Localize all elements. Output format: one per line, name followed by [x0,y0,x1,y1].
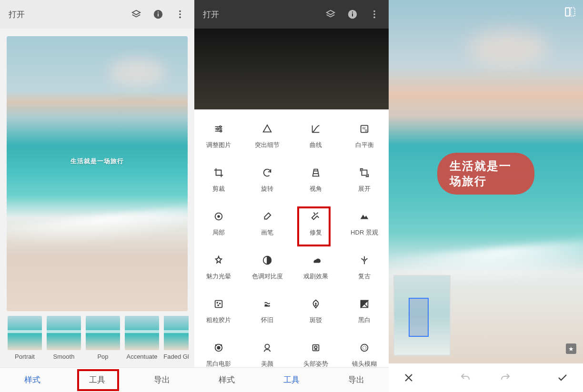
tool-hdr[interactable]: HDR 景观 [340,210,389,252]
svg-rect-8 [352,12,353,13]
tab-styles[interactable]: 样式 [0,368,65,392]
lensblur-icon [358,342,371,354]
tool-bw[interactable]: 黑白 [340,298,389,340]
svg-text:B: B [365,128,367,133]
healing-photo-area[interactable]: 生活就是一场旅行 ★ [389,0,583,363]
navigator-viewport [409,298,429,337]
tool-label: 斑驳 [310,316,322,324]
open-button[interactable]: 打开 [203,9,219,20]
tool-noir[interactable]: 黑白电影 [194,342,243,367]
style-thumb[interactable]: Faded Gl [164,316,189,360]
tool-vintage[interactable]: 复古 [340,254,389,296]
style-thumb[interactable]: Portrait [8,316,42,360]
glow-icon [212,254,225,266]
perspective-icon [310,167,322,179]
main-photo[interactable]: 生活就是一场旅行 [7,36,188,311]
head-icon [310,342,322,354]
tool-label: 复古 [358,272,371,281]
svg-point-36 [314,346,317,349]
tool-head[interactable]: 头部姿势 [292,342,340,367]
tool-label: 怀旧 [261,316,273,324]
photo-watermark-text: 生活就是一场旅行 [7,157,188,166]
tool-wb[interactable]: WB白平衡 [340,123,389,165]
svg-rect-23 [215,301,222,308]
healing-brush-overlay: 生活就是一场旅行 [437,153,534,195]
rotate-icon [261,167,273,179]
tool-healing[interactable]: 修复 [292,210,340,252]
redo-button[interactable] [499,372,512,383]
tab-styles[interactable]: 样式 [194,368,259,392]
hdr-icon [358,210,371,223]
undo-button[interactable] [459,372,472,383]
more-icon[interactable] [174,9,186,20]
svg-point-24 [217,302,218,303]
tool-label: 黑白电影 [206,360,231,367]
tool-label: 戏剧效果 [303,272,328,281]
apply-button[interactable] [556,372,569,383]
tool-grid: 调整图片突出细节曲线WB白平衡剪裁旋转视角展开局部画笔修复HDR 景观魅力光晕色… [194,109,389,367]
svg-point-13 [217,128,219,130]
panel-styles-view: 打开 生活就是一场旅行 Portrait Smooth Pop Accentua… [0,0,194,392]
tool-tonal[interactable]: 色调对比度 [243,254,292,296]
tool-glow[interactable]: 魅力光晕 [194,254,243,296]
tool-label: 色调对比度 [252,272,283,281]
tune-icon [212,123,225,135]
tab-export[interactable]: 导出 [130,368,194,392]
layers-icon[interactable] [325,9,336,20]
info-icon[interactable] [347,9,358,20]
tool-tune[interactable]: 调整图片 [194,123,243,165]
navigator-preview[interactable] [393,275,451,356]
svg-point-37 [361,344,368,352]
tool-label: 头部姿势 [303,360,328,367]
svg-point-33 [221,345,222,346]
tool-expand[interactable]: 展开 [340,167,389,208]
tool-portrait[interactable]: 美颜 [243,342,292,367]
style-thumb[interactable]: Smooth [47,316,81,360]
tool-perspective[interactable]: 视角 [292,167,340,208]
curves-icon [310,123,322,135]
tool-drama[interactable]: 戏剧效果 [292,254,340,296]
tool-label: 旋转 [261,185,273,193]
tool-rotate[interactable]: 旋转 [243,167,292,208]
noir-icon [212,342,225,354]
tool-selective[interactable]: 局部 [194,210,243,252]
tab-export[interactable]: 导出 [324,368,389,392]
tab-tools[interactable]: 工具 [259,368,324,392]
tool-brush[interactable]: 画笔 [243,210,292,252]
more-icon[interactable] [369,9,380,20]
tool-label: 画笔 [261,228,273,237]
tool-label: 魅力光晕 [206,272,231,281]
compare-icon[interactable] [564,6,576,18]
svg-rect-18 [362,170,367,176]
tool-label: 黑白 [358,316,371,324]
grainy-icon [212,298,225,310]
style-thumb[interactable]: Pop [86,316,120,360]
favorite-icon[interactable]: ★ [566,343,576,354]
svg-point-5 [179,17,181,19]
tool-retrolux[interactable]: 怀旧 [243,298,292,340]
bw-icon [358,298,371,310]
layers-icon[interactable] [131,9,142,20]
svg-point-12 [220,126,221,128]
tool-details[interactable]: 突出细节 [243,123,292,165]
svg-point-32 [216,345,217,346]
tool-label: 剪裁 [212,185,225,193]
dimmed-photo-area [194,29,389,109]
tool-crop[interactable]: 剪裁 [194,167,243,208]
svg-point-22 [363,259,365,261]
style-thumb[interactable]: Accentuate [125,316,159,360]
tool-label: 曲线 [310,141,322,149]
svg-rect-7 [352,13,353,16]
close-button[interactable] [403,372,414,383]
tool-lensblur[interactable]: 镜头模糊 [340,342,389,367]
svg-point-31 [217,346,220,349]
drama-icon [310,254,322,266]
tool-grainy[interactable]: 粗粒胶片 [194,298,243,340]
tool-curves[interactable]: 曲线 [292,123,340,165]
info-icon[interactable] [152,9,164,20]
brush-icon [261,210,273,223]
tab-tools[interactable]: 工具 [65,368,130,392]
tool-grunge[interactable]: 斑驳 [292,298,340,340]
tool-label: 调整图片 [206,141,231,149]
open-button[interactable]: 打开 [9,9,25,20]
